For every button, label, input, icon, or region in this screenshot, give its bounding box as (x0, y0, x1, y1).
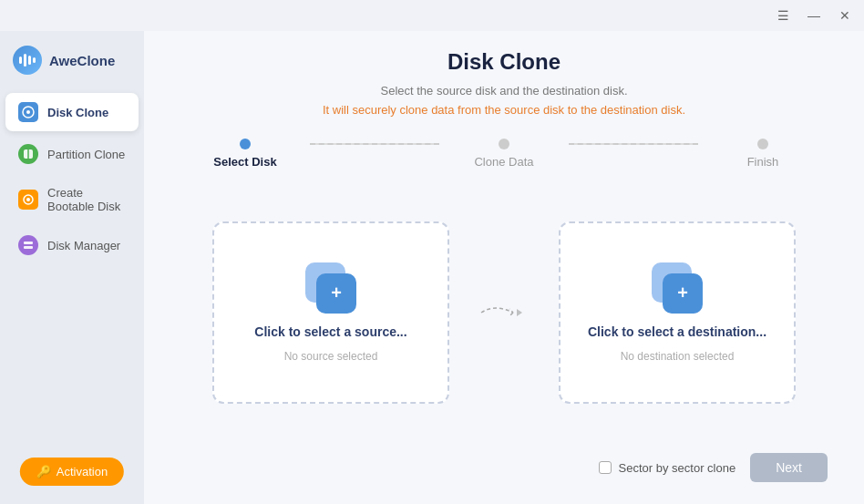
svg-point-5 (26, 198, 30, 201)
step-dot-clone-data (499, 139, 509, 149)
subtitle-line1: Select the source disk and the destinati… (180, 82, 828, 101)
activation-icon: 🔑 (36, 465, 51, 478)
sector-clone-label: Sector by sector clone (619, 461, 736, 475)
step-label-finish: Finish (747, 155, 779, 169)
wave3 (28, 56, 31, 65)
step-line-1 (310, 143, 439, 145)
step-line-2 (569, 143, 698, 145)
minimize-button[interactable]: — (806, 7, 822, 24)
activation-label: Activation (57, 465, 108, 478)
subtitle-line2: It will securely clone data from the sou… (180, 101, 828, 120)
logo-area: AweClone (0, 38, 144, 91)
step-select-disk: Select Disk (180, 139, 310, 169)
source-card-subtitle: No source selected (284, 350, 378, 363)
sector-clone-checkbox[interactable] (599, 461, 612, 474)
svg-rect-6 (24, 242, 33, 244)
sidebar-item-disk-clone[interactable]: Disk Clone (5, 93, 139, 131)
svg-point-1 (26, 110, 30, 114)
sector-clone-checkbox-label[interactable]: Sector by sector clone (599, 461, 736, 475)
steps-container: Select Disk Clone Data Finish (180, 139, 828, 169)
arrow-between (477, 299, 531, 326)
step-label-select-disk: Select Disk (213, 155, 276, 169)
wave2 (24, 54, 26, 67)
step-label-clone-data: Clone Data (474, 155, 533, 169)
disk-clone-icon (18, 102, 38, 122)
sidebar-item-partition-clone-label: Partition Clone (47, 148, 125, 161)
step-finish: Finish (698, 139, 828, 169)
sidebar-item-disk-clone-label: Disk Clone (47, 106, 108, 119)
page-subtitle: Select the source disk and the destinati… (180, 82, 828, 120)
destination-card-subtitle: No destination selected (621, 350, 735, 363)
activation-button[interactable]: 🔑 Activation (20, 458, 124, 486)
destination-card-icon: + (652, 262, 703, 314)
disk-manager-icon (18, 235, 38, 255)
svg-rect-7 (24, 246, 33, 249)
logo-text: AweClone (49, 53, 115, 68)
source-card-title: Click to select a source... (254, 324, 406, 339)
sidebar-item-disk-manager[interactable]: Disk Manager (5, 226, 139, 264)
sidebar: AweClone Disk Clone Partition Clone (0, 31, 144, 504)
step-dot-select-disk (240, 139, 251, 149)
titlebar: ☰ — ✕ (0, 0, 864, 31)
source-disk-card[interactable]: + Click to select a source... No source … (212, 221, 449, 404)
create-bootable-icon (18, 190, 38, 210)
sidebar-item-partition-clone[interactable]: Partition Clone (5, 135, 139, 173)
close-button[interactable]: ✕ (837, 7, 853, 24)
destination-icon-front: + (663, 273, 703, 314)
wave1 (19, 57, 22, 64)
source-icon-front: + (316, 273, 356, 314)
cards-area: + Click to select a source... No source … (180, 183, 828, 442)
app-layout: AweClone Disk Clone Partition Clone (0, 31, 864, 504)
partition-clone-icon (18, 144, 38, 164)
bottom-bar: Sector by sector clone Next (180, 442, 828, 486)
logo-icon (13, 46, 42, 75)
svg-marker-8 (517, 309, 522, 316)
next-button[interactable]: Next (750, 453, 828, 482)
source-card-icon: + (305, 262, 356, 314)
main-content: Disk Clone Select the source disk and th… (144, 31, 864, 504)
step-dot-finish (757, 139, 768, 149)
sidebar-item-create-bootable[interactable]: Create Bootable Disk (5, 177, 139, 222)
wave4 (33, 57, 36, 63)
step-clone-data: Clone Data (439, 139, 569, 169)
arrow-svg (477, 299, 531, 326)
page-title: Disk Clone (180, 49, 828, 75)
logo-waves (19, 54, 36, 67)
destination-disk-card[interactable]: + Click to select a destination... No de… (559, 221, 796, 404)
sidebar-item-disk-manager-label: Disk Manager (47, 239, 120, 252)
sidebar-item-create-bootable-label: Create Bootable Disk (47, 186, 126, 213)
destination-card-title: Click to select a destination... (588, 324, 766, 339)
maximize-button[interactable]: ☰ (775, 7, 791, 24)
